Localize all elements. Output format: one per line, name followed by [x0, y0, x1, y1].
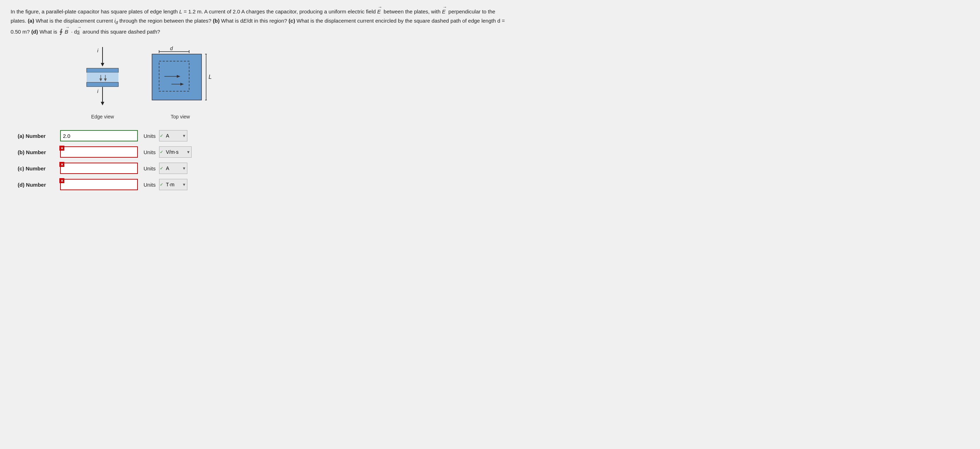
answer-label-a: (a) Number — [18, 133, 57, 139]
svg-text:L: L — [208, 74, 212, 80]
svg-text:i: i — [97, 88, 99, 94]
answer-label-d: (d) Number — [18, 182, 57, 188]
units-label-d: Units — [143, 182, 156, 188]
answer-row-b: (b) Number ✕ Units ✓ V/m·s kV/m·s MV/m·s… — [18, 146, 969, 158]
problem-text: In the figure, a parallel-plate capacito… — [11, 7, 506, 37]
number-input-wrapper-d: ✕ — [60, 179, 138, 190]
top-view-figure: d L Top view — [145, 45, 216, 119]
edge-view-label: Edge view — [91, 114, 114, 119]
edge-view-svg: i i — [81, 45, 124, 109]
x-badge-d: ✕ — [59, 178, 64, 183]
units-select-wrapper-b: ✓ V/m·s kV/m·s MV/m·s ▼ — [159, 146, 192, 158]
units-select-c[interactable]: A mA μA — [159, 162, 188, 174]
number-input-b[interactable] — [60, 146, 138, 158]
top-view-label: Top view — [171, 114, 190, 119]
edge-view-figure: i i Edge view — [81, 45, 124, 119]
svg-text:d: d — [170, 46, 173, 51]
number-input-a[interactable] — [60, 130, 138, 142]
number-input-d[interactable] — [60, 179, 138, 190]
answer-label-c: (c) Number — [18, 166, 57, 172]
svg-rect-3 — [87, 68, 118, 72]
answers-section: (a) Number Units ✓ A mA μA ▼ (b) Number … — [18, 130, 969, 190]
answer-row-c: (c) Number ✕ Units ✓ A mA μA ▼ — [18, 162, 969, 174]
svg-rect-5 — [87, 82, 118, 87]
units-select-wrapper-a: ✓ A mA μA ▼ — [159, 130, 188, 142]
units-label-b: Units — [143, 149, 156, 155]
answer-row-a: (a) Number Units ✓ A mA μA ▼ — [18, 130, 969, 142]
units-select-d[interactable]: T·m mT·m μT·m — [159, 179, 188, 190]
number-input-wrapper-a — [60, 130, 138, 142]
units-select-wrapper-d: ✓ T·m mT·m μT·m ▼ — [159, 179, 188, 190]
top-view-svg: d L — [145, 45, 216, 109]
units-label-c: Units — [143, 166, 156, 172]
answer-row-d: (d) Number ✕ Units ✓ T·m mT·m μT·m ▼ — [18, 179, 969, 190]
svg-rect-4 — [87, 72, 118, 82]
svg-text:i: i — [97, 48, 99, 53]
x-badge-b: ✕ — [59, 146, 64, 151]
units-select-a[interactable]: A mA μA — [159, 130, 188, 142]
units-select-b[interactable]: V/m·s kV/m·s MV/m·s — [159, 146, 192, 158]
answer-label-b: (b) Number — [18, 149, 57, 155]
units-select-wrapper-c: ✓ A mA μA ▼ — [159, 162, 188, 174]
svg-marker-1 — [101, 63, 104, 67]
units-label-a: Units — [143, 133, 156, 139]
x-badge-c: ✕ — [59, 162, 64, 167]
number-input-wrapper-c: ✕ — [60, 162, 138, 174]
figures-row: i i Edge view d — [81, 45, 969, 119]
number-input-wrapper-b: ✕ — [60, 146, 138, 158]
number-input-c[interactable] — [60, 162, 138, 174]
svg-marker-11 — [101, 102, 104, 105]
